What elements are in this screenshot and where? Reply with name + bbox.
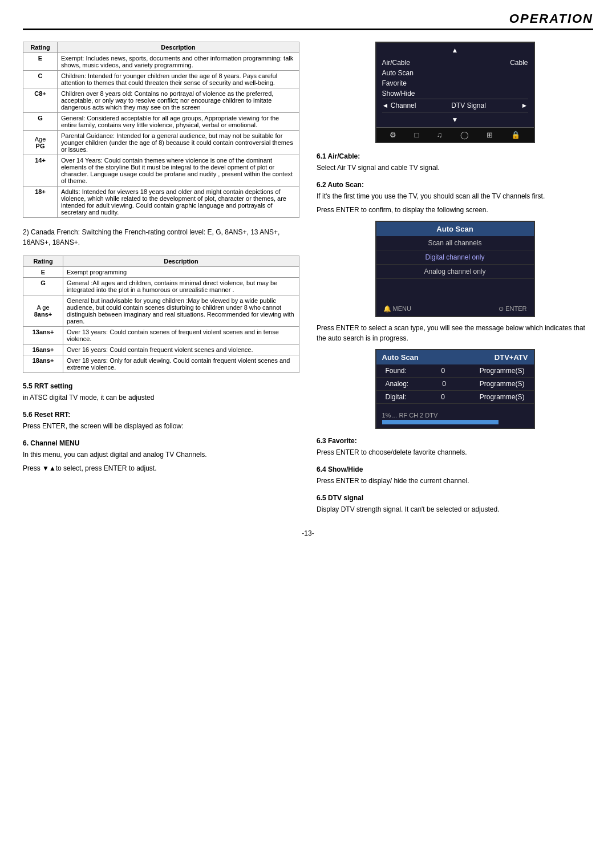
table-row: 14+ Over 14 Years: Could contain themes … [23, 155, 299, 187]
page-header: OPERATION [23, 11, 593, 30]
section-56-body: Press ENTER, the screen will be displaye… [23, 421, 299, 431]
auto-scan-dtv-title-left: Auto Scan [382, 353, 419, 362]
auto-scan-label: Auto Scan [382, 69, 414, 77]
tv-menu-box: ▲ Air/Cable Cable Auto Scan Favorite Sho… [375, 42, 535, 143]
grid-icon: ⊞ [487, 131, 493, 139]
section-55-title: 5.5 RRT setting [23, 382, 299, 390]
section-64-title: 6.4 Show/Hide [317, 465, 593, 473]
enter-footer-label: ⊙ ENTER [499, 305, 526, 313]
table-row: 13ans+ Over 13 years: Could contain scen… [23, 327, 299, 345]
show-hide-label: Show/Hide [382, 90, 415, 98]
section-65-body: Display DTV strength signal. It can't be… [317, 504, 593, 514]
section-6-body2: Press ▼▲to select, press ENTER to adjust… [23, 463, 299, 473]
gear-icon: ⚙ [390, 131, 396, 139]
found-unit: Programme(S) [480, 367, 525, 375]
canada-note: 2) Canada French: Switching the French-r… [23, 227, 299, 248]
table-row: 18ans+ Over 18 years: Only for adult vie… [23, 355, 299, 373]
table-row: 18+ Adults: Intended for viewers 18 year… [23, 187, 299, 218]
page-number: -13- [23, 529, 593, 537]
table1-col2: Description [58, 42, 299, 53]
analog-channel-only: Analog channel only [376, 265, 534, 279]
table-row: E Exempt programming [23, 267, 299, 278]
analog-row: Analog: 0 Programme(S) [376, 378, 534, 391]
found-label: Found: [386, 367, 407, 375]
page-title: OPERATION [23, 11, 593, 26]
section-6-title: 6. Channel MENU [23, 439, 299, 447]
digital-unit: Programme(S) [480, 393, 525, 401]
section-61-body: Select Air TV signal and cable TV signal… [317, 163, 593, 173]
digital-value: 0 [441, 393, 445, 401]
arrow-down-icon: ▼ [452, 116, 459, 124]
analog-label: Analog: [386, 380, 409, 388]
analog-value: 0 [442, 380, 446, 388]
analog-unit: Programme(S) [480, 380, 525, 388]
lock-icon: 🔒 [511, 131, 520, 139]
right-column: ▲ Air/Cable Cable Auto Scan Favorite Sho… [317, 42, 593, 518]
favorite-label: Favorite [382, 79, 407, 87]
table-row: Age PG Parental Guidance: Intended for a… [23, 131, 299, 155]
found-value: 0 [441, 367, 445, 375]
auto-scan-note: Press ENTER to select a scan type, you w… [317, 323, 593, 343]
section-55: 5.5 RRT setting in ATSC digital TV mode,… [23, 382, 299, 431]
digital-row: Digital: 0 Programme(S) [376, 391, 534, 404]
digital-label: Digital: [386, 393, 407, 401]
section-64-body: Press ENTER to display/ hide the current… [317, 476, 593, 486]
table-row: G General :All ages and children, contai… [23, 278, 299, 295]
section-63-body: Press ENTER to choose/delete favorite ch… [317, 447, 593, 457]
auto-scan-title: Auto Scan [376, 222, 534, 236]
auto-scan-dtv-title-right: DTV+ATV [495, 353, 528, 362]
section-65: 6.5 DTV signal Display DTV strength sign… [317, 494, 593, 514]
square-icon: □ [415, 131, 419, 139]
section-56-title: 5.6 Reset RRT: [23, 411, 299, 419]
table2-col2: Description [63, 256, 299, 267]
table-row: E Exempt: Includes news, sports, documen… [23, 53, 299, 71]
dtv-signal-label: DTV Signal [451, 102, 486, 110]
section-65-title: 6.5 DTV signal [317, 494, 593, 502]
auto-scan-dtv-box: Auto Scan DTV+ATV Found: 0 Programme(S) … [375, 349, 535, 429]
section-6-body1: In this menu, you can adjust digital and… [23, 449, 299, 460]
table-row: C Children: Intended for younger childre… [23, 71, 299, 88]
table2-col1: Rating [23, 256, 63, 267]
found-row: Found: 0 Programme(S) [376, 364, 534, 378]
section-64: 6.4 Show/Hide Press ENTER to display/ hi… [317, 465, 593, 486]
channel-left-label: ◄ Channel [382, 102, 416, 110]
rating-table-2: Rating Description E Exempt programming … [23, 256, 299, 373]
section-62-body2: Press ENTER to confirm, to display the f… [317, 205, 593, 215]
section-63-title: 6.3 Favorite: [317, 437, 593, 445]
air-cable-label: Air/Cable [382, 59, 410, 67]
circle-icon: ◯ [460, 131, 469, 139]
table-row: G General: Considered acceptable for all… [23, 113, 299, 131]
rating-table-1: Rating Description E Exempt: Includes ne… [23, 42, 299, 218]
channel-right-icon: ► [521, 102, 528, 110]
section-55-body1: in ATSC digital TV mode, it can be adjus… [23, 392, 299, 403]
menu-footer-label: 🔔 MENU [383, 305, 411, 313]
section-61-title: 6.1 Air/Cable: [317, 152, 593, 160]
section-63: 6.3 Favorite: Press ENTER to choose/dele… [317, 437, 593, 457]
left-column: Rating Description E Exempt: Includes ne… [23, 42, 299, 518]
table-row: A ge 8ans+ General but inadvisable for y… [23, 295, 299, 327]
table-row: C8+ Children over 8 years old: Contains … [23, 88, 299, 113]
music-icon: ♫ [437, 131, 443, 139]
arrow-up-icon: ▲ [452, 46, 459, 54]
section-62-title: 6.2 Auto Scan: [317, 181, 593, 189]
table1-col1: Rating [23, 42, 58, 53]
section-62-body1: If it's the first time you use the TV, y… [317, 191, 593, 201]
scan-all-channels: Scan all channels [376, 236, 534, 250]
progress-bar [382, 420, 499, 424]
air-cable-value: Cable [510, 59, 528, 67]
auto-scan-box: Auto Scan Scan all channels Digital chan… [375, 221, 535, 317]
section-61: 6.1 Air/Cable: Select Air TV signal and … [317, 152, 593, 215]
section-6: 6. Channel MENU In this menu, you can ad… [23, 439, 299, 473]
progress-text: 1%… RF CH 2 DTV [382, 412, 528, 419]
dtv-footer: 1%… RF CH 2 DTV [376, 410, 534, 428]
table-row: 16ans+ Over 16 years: Could contain freq… [23, 345, 299, 355]
digital-channel-only: Digital channel only [376, 250, 534, 265]
